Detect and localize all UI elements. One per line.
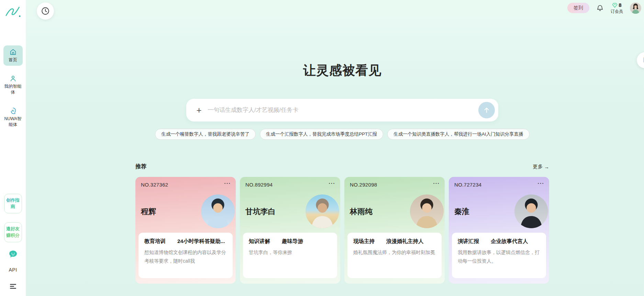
card-number: NO.327362: [141, 182, 168, 188]
agent-avatar: [410, 194, 444, 228]
hamburger-icon: [10, 284, 16, 289]
sidebar-item-nuwa-agents[interactable]: AI NUWA智能体: [3, 104, 23, 130]
card-panel: 现场主持 浪漫婚礼主持人 婚礼氛围魔法师，为你的幸福时刻加冕: [347, 233, 442, 278]
suggestion-chip[interactable]: 生成一个汇报数字人，替我完成市场季度总结PPT汇报: [260, 129, 383, 140]
history-button[interactable]: [37, 2, 54, 20]
agent-tag: 浪漫婚礼主持人: [386, 238, 424, 245]
more-link[interactable]: 更多 →: [533, 163, 549, 170]
sidebar-item-nuwa-agents-label: NUWA智能体: [4, 116, 22, 128]
agent-card[interactable]: NO.727234 ··· 秦淮 演讲汇报 企业故事代言人 我用数据讲故事，以逻…: [449, 177, 549, 284]
search-bar: +: [186, 99, 498, 121]
svg-text:AI: AI: [11, 109, 14, 112]
arrow-up-icon: [483, 107, 490, 114]
sidebar-nav: 首页 我的智能体 AI NUWA智能体: [0, 45, 26, 130]
card-menu-button[interactable]: ···: [329, 182, 336, 186]
sidebar-item-my-agents-label: 我的智能体: [4, 84, 22, 95]
agent-tag: 趣味导游: [282, 238, 303, 245]
ai-head-icon: AI: [9, 107, 17, 115]
suggestion-chip[interactable]: 生成一个知识类直播数字人，帮我进行一场AI入门知识分享直播: [387, 129, 529, 140]
agent-name: 甘坑李白: [245, 207, 276, 217]
agent-name: 林雨纯: [350, 207, 373, 217]
user-icon: [9, 75, 17, 82]
agent-tag: 知识讲解: [249, 238, 270, 245]
card-number: NO.892994: [245, 182, 273, 188]
agent-avatar: [306, 194, 339, 228]
agent-description: 甘坑李白，等你来撩: [249, 248, 331, 257]
credits-member-badge[interactable]: 8 订会员: [611, 2, 623, 14]
agent-tag: 演讲汇报: [458, 238, 479, 245]
clock-icon: [41, 7, 50, 15]
search-input[interactable]: [208, 107, 478, 114]
agent-avatar: [201, 194, 235, 228]
recommend-title: 推荐: [135, 163, 146, 170]
creation-guide-button[interactable]: 创作指南: [4, 194, 22, 214]
invite-friends-button[interactable]: 邀好友赚积分: [4, 222, 22, 242]
suggestion-chip[interactable]: 生成一个嘴替数字人，替我跟老婆说辛苦了: [155, 129, 256, 140]
api-button[interactable]: API: [9, 267, 17, 273]
sidebar: 首页 我的智能体 AI NUWA智能体 创作指南 邀好友赚积分: [0, 0, 26, 296]
checkin-button[interactable]: 签到: [567, 3, 589, 13]
member-label: 订会员: [611, 9, 623, 14]
agent-card[interactable]: NO.292098 ··· 林雨纯 现场主持 浪漫婚礼主持人 婚礼氛围魔法师，为…: [344, 177, 445, 284]
gem-icon: [612, 3, 618, 8]
card-menu-button[interactable]: ···: [433, 182, 440, 186]
creation-guide-label: 创作指南: [6, 198, 20, 209]
main-content: 让灵感被看见 + 生成一个嘴替数字人，替我跟老婆说辛苦了 生成一个汇报数字人，替…: [135, 0, 549, 296]
agent-avatar: [514, 194, 548, 228]
arrow-right-icon: →: [544, 164, 549, 170]
chat-bubble-icon: [9, 250, 18, 258]
card-panel: 知识讲解 趣味导游 甘坑李白，等你来撩: [243, 233, 337, 278]
page-title: 让灵感被看见: [135, 62, 549, 79]
home-icon: [9, 48, 17, 56]
topbar-right: 签到 8 订会员: [567, 2, 641, 14]
agent-tag: 24小时学科答疑助...: [177, 238, 225, 245]
invite-friends-label: 邀好友赚积分: [6, 226, 20, 238]
agent-name: 秦淮: [454, 207, 469, 217]
sidebar-bottom: 创作指南 邀好友赚积分 API: [0, 194, 26, 290]
agent-description: 婚礼氛围魔法师，为你的幸福时刻加冕: [353, 248, 436, 257]
card-menu-button[interactable]: ···: [538, 182, 545, 186]
agent-card[interactable]: NO.892994 ··· 甘坑李白 知识讲解 趣味导游 甘坑李白，等你来撩: [240, 177, 340, 284]
edit-fab-button[interactable]: [637, 52, 644, 68]
card-number: NO.727234: [454, 182, 481, 188]
sidebar-item-home[interactable]: 首页: [3, 45, 23, 66]
recommend-header: 推荐 更多 →: [135, 163, 549, 170]
agent-name: 程辉: [141, 207, 156, 217]
submit-button[interactable]: [478, 102, 495, 118]
agent-card[interactable]: NO.327362 ··· 程辉 教育培训 24小时学科答疑助... 想知道博物…: [135, 177, 236, 284]
more-link-label: 更多: [533, 163, 543, 170]
agent-description: 想知道博物馆文创课程的内容以及学分考核等要求，随时call我: [144, 248, 227, 265]
app-logo: [5, 3, 21, 19]
credits-count: 8: [619, 2, 621, 9]
agent-tag: 现场主持: [353, 238, 375, 245]
attach-button[interactable]: +: [194, 105, 204, 116]
agent-tag: 教育培训: [144, 238, 166, 245]
agent-tag: 企业故事代言人: [491, 238, 528, 245]
card-menu-button[interactable]: ···: [224, 182, 231, 186]
plus-icon: +: [196, 105, 201, 115]
agent-description: 我用数据讲故事，以逻辑点燃信念，打动每一位投资人。: [458, 248, 540, 265]
card-panel: 演讲汇报 企业故事代言人 我用数据讲故事，以逻辑点燃信念，打动每一位投资人。: [452, 233, 546, 278]
agent-cards: NO.327362 ··· 程辉 教育培训 24小时学科答疑助... 想知道博物…: [135, 177, 549, 284]
suggestion-chips: 生成一个嘴替数字人，替我跟老婆说辛苦了 生成一个汇报数字人，替我完成市场季度总结…: [135, 129, 549, 140]
card-number: NO.292098: [350, 182, 377, 188]
chat-support-button[interactable]: [9, 250, 18, 260]
pencil-icon: [642, 56, 644, 64]
bell-icon: [596, 4, 604, 12]
sidebar-item-home-label: 首页: [9, 57, 17, 63]
menu-button[interactable]: [10, 284, 16, 290]
sidebar-item-my-agents[interactable]: 我的智能体: [3, 72, 23, 98]
notifications-button[interactable]: [596, 4, 604, 12]
card-panel: 教育培训 24小时学科答疑助... 想知道博物馆文创课程的内容以及学分考核等要求…: [138, 233, 233, 278]
user-avatar[interactable]: [630, 2, 641, 14]
